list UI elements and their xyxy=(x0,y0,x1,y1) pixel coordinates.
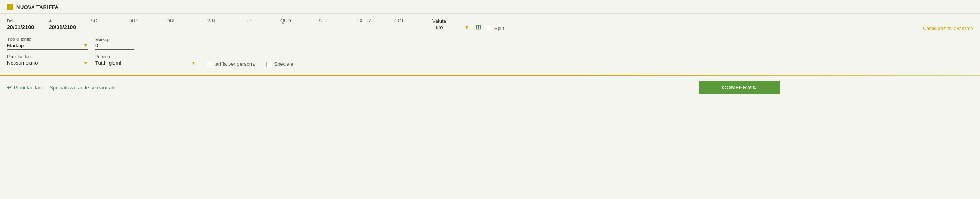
config-link[interactable]: Configurazioni avanzate xyxy=(923,26,973,31)
col-dus-input[interactable] xyxy=(129,24,160,31)
tipo-tariffa-select-wrap: Markup Netta ▼ xyxy=(7,42,88,50)
col-qud-input[interactable] xyxy=(280,24,311,31)
col-cot: COT xyxy=(394,18,425,31)
markup-field: Markup xyxy=(95,37,134,50)
col-dbl-input[interactable] xyxy=(167,24,198,31)
piani-select-wrap: Nessun piano ▼ xyxy=(7,60,88,67)
al-value: 20/01/2100 xyxy=(49,24,84,31)
col-trp-input[interactable] xyxy=(242,24,273,31)
col-str: STR xyxy=(318,18,349,31)
col-cot-input[interactable] xyxy=(394,24,425,31)
markup-label: Markup xyxy=(95,37,134,42)
col-cot-label: COT xyxy=(394,18,425,24)
col-extra-label: EXTRA xyxy=(356,18,387,24)
split-field: Split xyxy=(487,26,504,31)
piani-tariffari-link[interactable]: ↩ Piani tariffari xyxy=(7,84,42,91)
row1: Dal 20/01/2100 Al 20/01/2100 SGL DUS xyxy=(7,18,973,31)
tipo-tariffa-select[interactable]: Markup Netta xyxy=(7,43,82,48)
periodo-select[interactable]: Tutti i giorni xyxy=(95,60,190,66)
col-str-label: STR xyxy=(318,18,349,24)
col-extra: EXTRA xyxy=(356,18,387,31)
dal-field: Dal 20/01/2100 xyxy=(7,19,42,31)
piani-label: Piani tariffari xyxy=(7,54,88,59)
valuta-label: Valuta xyxy=(432,18,469,24)
col-qud-label: QUD xyxy=(280,18,311,24)
dal-label: Dal xyxy=(7,19,42,23)
dal-value: 20/01/2100 xyxy=(7,24,42,31)
valuta-select-wrap: Euro USD GBP ▼ xyxy=(432,24,469,31)
al-field: Al 20/01/2100 xyxy=(49,19,84,31)
tipo-tariffa-field: Tipo di tariffa Markup Netta ▼ xyxy=(7,37,88,50)
col-twn-label: TWN xyxy=(205,18,236,24)
col-sgl-input[interactable] xyxy=(91,24,122,31)
specializza-link[interactable]: Specializza tariffe selezionate xyxy=(50,85,116,91)
specializza-link-label: Specializza tariffe selezionate xyxy=(50,85,116,91)
tipo-tariffa-arrow-icon: ▼ xyxy=(83,42,88,48)
col-trp: TRP xyxy=(242,18,273,31)
row2: Tipo di tariffa Markup Netta ▼ Markup xyxy=(7,37,973,50)
periodo-field: Periodo Tutti i giorni ▼ xyxy=(95,54,196,67)
form-area: Dal 20/01/2100 Al 20/01/2100 SGL DUS xyxy=(0,14,980,75)
speciale-checkbox[interactable] xyxy=(266,62,272,67)
right-section: Configurazioni avanzate xyxy=(923,26,973,31)
header-icon xyxy=(7,4,13,10)
section-title: NUOVA TARIFFA xyxy=(16,4,59,10)
speciale-label: Speciale xyxy=(274,61,293,67)
tariffa-persona-field: tariffa per persona xyxy=(207,61,255,67)
tariffa-persona-checkbox[interactable] xyxy=(207,62,212,67)
piani-arrow-icon: ▼ xyxy=(83,60,88,66)
periodo-label: Periodo xyxy=(95,54,196,59)
col-extra-input[interactable] xyxy=(356,24,387,31)
piani-field: Piani tariffari Nessun piano ▼ xyxy=(7,54,88,67)
valuta-dropdown-arrow-icon: ▼ xyxy=(464,24,469,30)
col-dus: DUS xyxy=(129,18,160,31)
periodo-select-wrap: Tutti i giorni ▼ xyxy=(95,60,196,67)
col-qud: QUD xyxy=(280,18,311,31)
col-trp-label: TRP xyxy=(242,18,273,24)
valuta-field: Valuta Euro USD GBP ▼ xyxy=(432,18,469,31)
split-label: Split xyxy=(494,26,504,31)
col-sgl: SGL xyxy=(91,18,122,31)
section-header: NUOVA TARIFFA xyxy=(0,0,980,14)
bottom-bar: ↩ Piani tariffari Specializza tariffe se… xyxy=(0,76,980,99)
tipo-tariffa-label: Tipo di tariffa xyxy=(7,37,88,41)
col-sgl-label: SGL xyxy=(91,18,122,24)
tariffa-persona-label: tariffa per persona xyxy=(214,61,255,67)
al-label: Al xyxy=(49,19,84,23)
col-str-input[interactable] xyxy=(318,24,349,31)
main-container: NUOVA TARIFFA Dal 20/01/2100 Al 20/01/21… xyxy=(0,0,980,99)
col-dbl: DBL xyxy=(167,18,198,31)
calculator-icon[interactable]: ⊞ xyxy=(476,23,481,31)
row3: Piani tariffari Nessun piano ▼ Periodo T… xyxy=(7,54,973,67)
col-dus-label: DUS xyxy=(129,18,160,24)
split-checkbox[interactable] xyxy=(487,26,492,31)
confirm-button[interactable]: CONFERMA xyxy=(699,81,780,94)
speciale-field: Speciale xyxy=(266,61,293,67)
piani-select[interactable]: Nessun piano xyxy=(7,60,82,66)
col-twn: TWN xyxy=(205,18,236,31)
piani-tariffari-icon: ↩ xyxy=(7,84,12,91)
markup-input[interactable] xyxy=(95,43,134,50)
valuta-select[interactable]: Euro USD GBP xyxy=(432,24,463,30)
col-dbl-label: DBL xyxy=(167,18,198,24)
col-twn-input[interactable] xyxy=(205,24,236,31)
periodo-arrow-icon: ▼ xyxy=(191,60,196,66)
piani-tariffari-link-label: Piani tariffari xyxy=(14,85,42,91)
col-inputs-group: SGL DUS DBL TWN TRP xyxy=(91,18,432,31)
